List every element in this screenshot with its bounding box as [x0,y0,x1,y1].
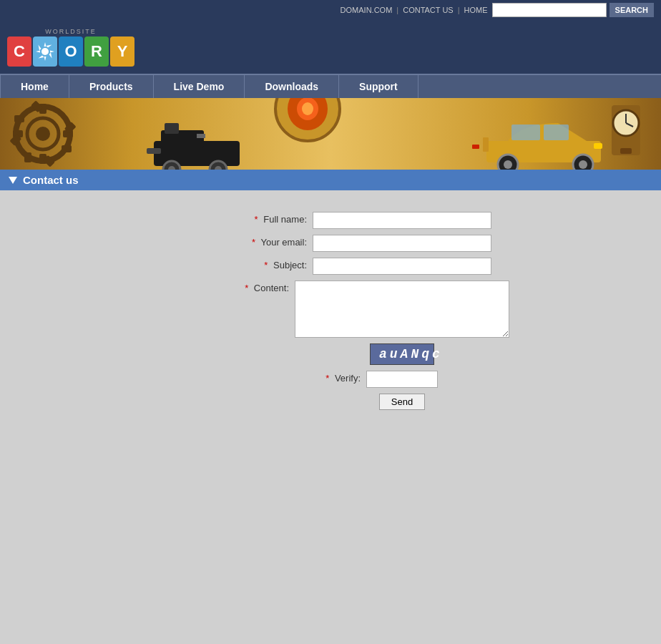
svg-rect-18 [165,123,179,134]
verify-label: * Verify: [223,371,366,384]
logo-tiles: C O R Y [7,36,134,67]
logo-tile-r: R [84,36,109,67]
verify-row: * Verify: [0,371,661,388]
navigation: Home Products Live Demo Downloads Suppor… [0,74,661,98]
nav-live-demo[interactable]: Live Demo [154,74,245,99]
captcha-offset: auANqc [370,343,434,365]
required-star-content: * [245,283,248,293]
svg-rect-14 [14,115,24,122]
svg-rect-31 [544,125,569,140]
captcha-image: auANqc [370,343,434,365]
svg-rect-37 [472,145,479,149]
domain-link[interactable]: DOMAIN.COM [341,6,393,14]
banner [0,98,661,170]
svg-rect-30 [511,125,540,140]
logo-tile-o: O [59,36,83,67]
content-label: * Content: [152,280,295,293]
form-section: * Full name: * Your email: * Subject: * … [0,190,661,444]
verify-input[interactable] [366,371,438,388]
contact-us-link[interactable]: CONTACT US [403,6,454,14]
nav-downloads[interactable]: Downloads [245,74,339,99]
svg-rect-38 [483,137,489,152]
nav-home[interactable]: Home [0,74,69,99]
search-button[interactable]: SEARCH [609,3,654,17]
svg-rect-24 [197,134,205,138]
send-row: Send [0,394,661,410]
contact-title: Contact us [23,174,79,186]
send-button[interactable]: Send [379,394,425,410]
email-row: * Your email: [0,235,661,252]
home-link[interactable]: HOME [464,6,488,14]
logo-tile-cog [33,36,57,67]
send-label-spacer [236,394,379,396]
svg-point-0 [41,48,49,55]
logo-tile-c: C [7,36,31,67]
fullname-row: * Full name: [0,212,661,229]
svg-rect-43 [620,148,632,154]
sep1: | [396,6,398,14]
content-textarea[interactable] [295,280,509,338]
svg-rect-23 [147,148,161,154]
fullname-input[interactable] [313,212,491,229]
subject-input[interactable] [313,258,491,275]
header: WORLDSITE C O [0,20,661,74]
svg-rect-36 [594,143,602,149]
nav-support[interactable]: Support [339,74,418,99]
content-row: * Content: [0,280,661,338]
svg-point-33 [504,160,512,169]
svg-rect-10 [62,145,72,152]
email-label: * Your email: [170,235,313,248]
required-star-subject: * [264,260,268,270]
svg-point-4 [36,127,50,141]
top-bar: DOMAIN.COM | CONTACT US | HOME SEARCH [0,0,661,20]
captcha-row: auANqc [0,343,661,365]
banner-svg [0,98,661,170]
required-star-fullname: * [255,214,258,225]
nav-products[interactable]: Products [69,74,154,99]
subject-row: * Subject: [0,258,661,275]
sep2: | [458,6,460,14]
logo-tile-y: Y [110,36,134,67]
svg-point-28 [302,102,313,115]
required-star-email: * [252,237,255,248]
svg-rect-12 [24,152,31,162]
search-input[interactable] [492,3,607,17]
fullname-label: * Full name: [170,212,313,225]
banner-clock [612,105,640,155]
logo: WORLDSITE C O [7,28,134,67]
search-bar: SEARCH [492,3,654,17]
email-input[interactable] [313,235,491,252]
subject-label: * Subject: [170,258,313,270]
svg-point-35 [579,160,587,169]
worldsite-label: WORLDSITE [7,28,134,35]
contact-header: Contact us [0,170,661,190]
required-star-verify: * [325,373,329,384]
collapse-icon[interactable] [9,177,17,184]
